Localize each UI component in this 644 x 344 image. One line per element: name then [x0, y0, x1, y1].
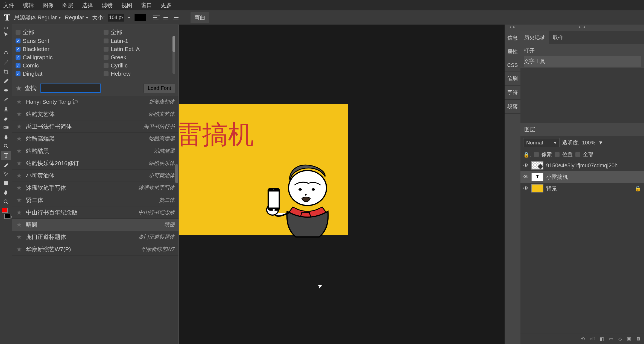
collapse-icon[interactable]: ▸◂ [4, 26, 8, 30]
font-list-item[interactable]: ★中山行书百年纪念版中山行书纪念版 [12, 206, 178, 219]
visibility-icon[interactable]: 👁 [523, 174, 529, 180]
menu-more[interactable]: 更多 [161, 2, 172, 9]
filter-comic[interactable]: ✓Comic [16, 61, 87, 70]
star-icon[interactable]: ★ [16, 172, 22, 179]
filter-latin-ext[interactable]: Latin Ext. A [104, 45, 175, 53]
filter-hebrew[interactable]: Hebrew [104, 70, 175, 78]
menu-select[interactable]: 选择 [82, 2, 93, 9]
link-layers-icon[interactable]: ⟲ [581, 336, 585, 342]
align-center-button[interactable] [162, 14, 170, 21]
layer-thumbnail[interactable]: T [531, 173, 543, 181]
blur-tool[interactable] [1, 132, 11, 141]
filter-all-scripts[interactable]: 全部 [104, 28, 175, 37]
move-tool[interactable] [1, 30, 11, 39]
filter-sans-serif[interactable]: ✓Sans Serif [16, 37, 87, 45]
chevron-down-icon[interactable]: ▼ [127, 15, 131, 20]
font-family-dropdown[interactable]: 思源黑体 Regular▼ [14, 14, 62, 21]
font-list-item[interactable]: ★小可黄油体小可黄油体 [12, 170, 178, 182]
font-list-item[interactable]: ★站酷文艺体站酷文艺体 [12, 108, 178, 120]
star-icon[interactable]: ★ [16, 135, 22, 143]
font-list-item[interactable]: ★庞门正道标题体庞门正道标题体 [12, 231, 178, 243]
menu-edit[interactable]: 编辑 [23, 2, 34, 9]
font-list-item[interactable]: ★Hanyi Senty Tang 泸新蒂唐朝体 [12, 96, 178, 108]
delete-layer-icon[interactable]: 🗑 [636, 336, 641, 342]
tab-properties[interactable]: 属性 [505, 45, 520, 59]
foreground-color[interactable] [2, 208, 8, 213]
tab-css[interactable]: CSS [505, 59, 520, 72]
filter-dingbat[interactable]: ✓Dingbat [16, 70, 87, 78]
dodge-tool[interactable] [1, 142, 11, 150]
star-icon[interactable]: ★ [16, 159, 22, 167]
blend-mode-dropdown[interactable]: Normal▾ [523, 138, 560, 147]
filter-scrollbar[interactable] [172, 36, 175, 74]
star-icon[interactable]: ★ [16, 196, 22, 204]
type-tool[interactable]: T [1, 151, 11, 160]
star-icon[interactable]: ★ [16, 209, 22, 216]
font-size-input[interactable] [108, 14, 124, 22]
color-swatches[interactable]: D [2, 208, 10, 219]
layer-thumbnail[interactable] [531, 184, 543, 192]
canvas-image-layer[interactable] [255, 150, 351, 238]
warp-text-button[interactable]: 弯曲 [191, 12, 209, 23]
menu-image[interactable]: 图像 [43, 2, 54, 9]
wand-tool[interactable] [1, 58, 11, 67]
gradient-tool[interactable] [1, 123, 11, 132]
marquee-tool[interactable] [1, 40, 11, 48]
layer-item[interactable]: 👁背景🔒 [520, 183, 644, 194]
canvas-text-layer[interactable]: 雷搞机 [179, 117, 254, 152]
history-item[interactable]: 打开 [524, 45, 641, 56]
crop-tool[interactable] [1, 67, 11, 76]
font-list-item[interactable]: ★华康新综艺W7(P)华康新综艺W7 [12, 243, 178, 256]
font-list-item[interactable]: ★晴圆晴圆 [12, 219, 178, 231]
font-list-scrollbar[interactable] [175, 164, 178, 183]
filter-latin1[interactable]: Latin-1 [104, 37, 175, 45]
text-color-swatch[interactable] [134, 14, 146, 21]
filter-calligraphic[interactable]: ✓Calligraphic [16, 53, 87, 61]
font-list-item[interactable]: ★沐瑶软笔手写体沐瑶软笔手写体 [12, 182, 178, 194]
adjustment-icon[interactable]: ◇ [618, 336, 622, 342]
filter-greek[interactable]: Greek [104, 53, 175, 61]
align-left-button[interactable] [152, 14, 160, 21]
artboard[interactable]: 雷搞机 [179, 104, 348, 235]
star-icon[interactable]: ★ [16, 147, 22, 155]
layer-item[interactable]: 👁T小雷搞机 [520, 171, 644, 183]
star-icon[interactable]: ★ [16, 221, 22, 229]
new-folder-icon[interactable]: ▭ [609, 336, 613, 342]
tab-character[interactable]: 字符 [505, 86, 520, 100]
menu-window[interactable]: 窗口 [141, 2, 152, 9]
tab-info[interactable]: 信息 [505, 31, 520, 45]
path-tool[interactable] [1, 170, 11, 178]
star-icon[interactable]: ★ [16, 98, 22, 106]
canvas-area[interactable]: 雷搞机 ➤ [179, 25, 505, 344]
eraser-tool[interactable] [1, 114, 11, 123]
lasso-tool[interactable] [1, 49, 11, 58]
opacity-value[interactable]: 100% [582, 140, 596, 146]
menu-layer[interactable]: 图层 [62, 2, 73, 9]
eyedropper-tool[interactable] [1, 77, 11, 85]
font-list-item[interactable]: ★站酷高端黑站酷高端黑 [12, 133, 178, 145]
load-font-button[interactable]: Load Font [144, 83, 175, 93]
visibility-icon[interactable]: 👁 [523, 185, 529, 192]
menu-file[interactable]: 文件 [3, 2, 14, 9]
favorites-star-icon[interactable]: ★ [16, 84, 22, 93]
tab-brush[interactable]: 笔刷 [505, 72, 520, 86]
collapse-icon[interactable]: ▸ ◂ [520, 25, 644, 31]
menu-filter[interactable]: 滤镜 [102, 2, 113, 9]
mask-icon[interactable]: ◧ [600, 336, 604, 342]
layer-thumbnail[interactable] [531, 161, 543, 170]
new-layer-icon[interactable]: ▣ [627, 336, 631, 342]
menu-view[interactable]: 视图 [121, 2, 132, 9]
font-weight-dropdown[interactable]: Regular▼ [65, 14, 89, 21]
align-right-button[interactable] [171, 14, 179, 21]
collapse-icon[interactable]: ◂ ▸ [505, 25, 520, 31]
filter-all-styles[interactable]: 全部 [16, 28, 87, 37]
star-icon[interactable]: ★ [16, 123, 22, 130]
visibility-icon[interactable]: 👁 [523, 162, 529, 169]
zoom-tool[interactable] [1, 197, 11, 206]
font-list-item[interactable]: ★贤二体贤二体 [12, 194, 178, 206]
font-list-item[interactable]: ★站酷快乐体2016修订站酷快乐体 [12, 157, 178, 170]
star-icon[interactable]: ★ [16, 245, 22, 253]
pen-tool[interactable] [1, 160, 11, 169]
tab-history[interactable]: 历史记录 [520, 31, 549, 44]
brush-tool[interactable] [1, 95, 11, 104]
